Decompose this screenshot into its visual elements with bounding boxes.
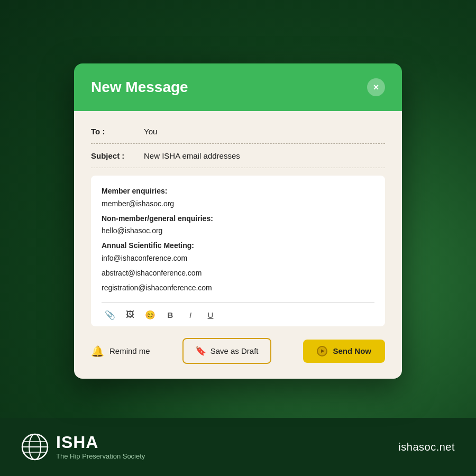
- draft-label: Save as Draft: [210, 346, 259, 355]
- message-body-box: Member enquiries: member@ishasoc.org Non…: [91, 176, 385, 326]
- italic-icon[interactable]: I: [184, 308, 197, 321]
- subject-label: Subject :: [91, 151, 144, 160]
- image-icon[interactable]: 🖼: [124, 308, 136, 321]
- to-value: You: [144, 127, 385, 136]
- meeting-label: Annual Scientific Meeting:: [102, 241, 194, 250]
- meeting-email-1: info@ishaconference.com: [102, 252, 374, 265]
- footer-bar: ISHA The Hip Preservation Society ishaso…: [0, 418, 476, 476]
- bookmark-icon: 🔖: [195, 345, 206, 356]
- send-label: Send Now: [333, 346, 371, 355]
- bold-icon[interactable]: B: [164, 308, 177, 321]
- message-content: Member enquiries: member@ishasoc.org Non…: [102, 185, 374, 303]
- to-field-row: To : You: [91, 127, 385, 144]
- modal-title: New Message: [91, 79, 188, 96]
- subject-value: New ISHA email addresses: [144, 151, 385, 160]
- modal-body: To : You Subject : New ISHA email addres…: [74, 111, 402, 379]
- bell-icon: 🔔: [91, 345, 104, 358]
- action-row: 🔔 Remind me 🔖 Save as Draft Send Now: [91, 338, 385, 364]
- underline-icon[interactable]: U: [204, 308, 217, 321]
- to-label: To :: [91, 127, 144, 136]
- meeting-email-2: abstract@ishaconference.com: [102, 267, 374, 280]
- member-email: member@ishasoc.org: [102, 198, 374, 210]
- org-subtitle: The Hip Preservation Society: [56, 452, 145, 460]
- nonmember-email: hello@ishasoc.org: [102, 225, 374, 237]
- close-button[interactable]: ×: [367, 78, 385, 96]
- editor-toolbar: 📎 🖼 😊 B I U: [102, 303, 374, 326]
- attachment-icon[interactable]: 📎: [104, 308, 116, 321]
- meeting-email-3: registration@ishaconference.com: [102, 282, 374, 295]
- subject-field-row: Subject : New ISHA email addresses: [91, 151, 385, 168]
- remind-button[interactable]: 🔔 Remind me: [91, 345, 150, 358]
- website-url: ishasoc.net: [398, 441, 455, 453]
- globe-icon: [21, 433, 49, 461]
- org-name: ISHA: [56, 434, 145, 451]
- new-message-modal: New Message × To : You Subject : New ISH…: [74, 63, 402, 379]
- remind-label: Remind me: [109, 346, 150, 355]
- isha-text-block: ISHA The Hip Preservation Society: [56, 434, 145, 460]
- send-circle-icon: [317, 346, 327, 356]
- emoji-icon[interactable]: 😊: [144, 308, 157, 321]
- isha-logo: ISHA The Hip Preservation Society: [21, 433, 145, 461]
- save-draft-button[interactable]: 🔖 Save as Draft: [182, 338, 271, 364]
- send-button[interactable]: Send Now: [303, 340, 385, 363]
- member-label: Member enquiries:: [102, 187, 167, 195]
- nonmember-label: Non-member/general enquiries:: [102, 214, 213, 223]
- modal-header: New Message ×: [74, 63, 402, 111]
